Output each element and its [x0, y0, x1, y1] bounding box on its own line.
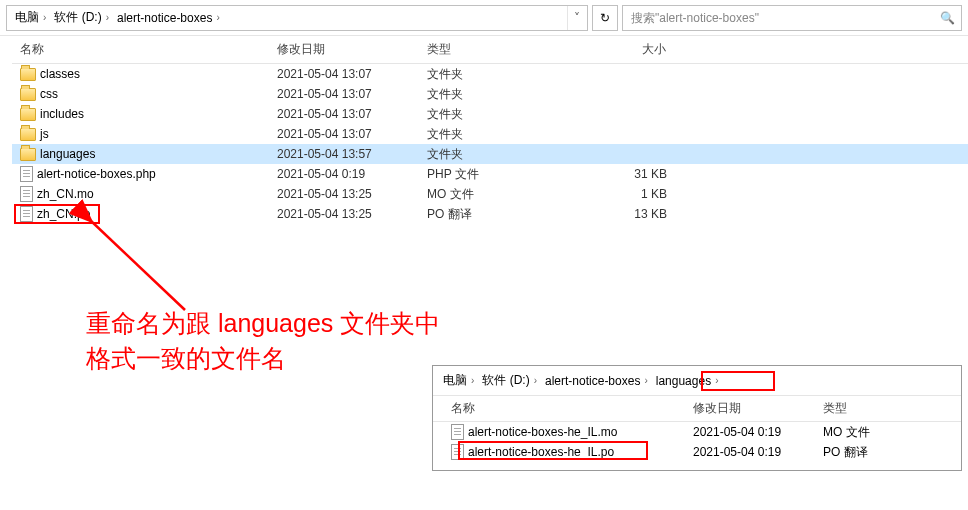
breadcrumb-dropdown[interactable]: ˅: [567, 6, 583, 30]
file-list: 名称 修改日期 类型 大小 classes2021-05-04 13:07文件夹…: [0, 36, 968, 224]
file-icon: [451, 444, 464, 460]
chevron-right-icon: ›: [715, 375, 718, 386]
file-type: PHP 文件: [427, 166, 597, 183]
file-type: PO 翻译: [427, 206, 597, 223]
breadcrumb-label: 软件 (D:): [482, 372, 529, 389]
file-name: zh_CN.po: [37, 207, 90, 221]
header-date[interactable]: 修改日期: [693, 400, 823, 417]
annotation-arrow-icon: [80, 210, 200, 320]
header-name[interactable]: 名称: [443, 400, 693, 417]
table-row[interactable]: js2021-05-04 13:07文件夹: [12, 124, 968, 144]
file-date: 2021-05-04 13:57: [277, 147, 427, 161]
file-size: 13 KB: [597, 207, 687, 221]
chevron-right-icon: ›: [216, 12, 219, 23]
folder-icon: [20, 148, 36, 161]
table-row[interactable]: includes2021-05-04 13:07文件夹: [12, 104, 968, 124]
file-type: 文件夹: [427, 126, 597, 143]
chevron-right-icon: ›: [43, 12, 46, 23]
file-date: 2021-05-04 0:19: [693, 425, 823, 439]
header-type[interactable]: 类型: [823, 400, 923, 417]
chevron-right-icon: ›: [644, 375, 647, 386]
folder-icon: [20, 88, 36, 101]
refresh-icon: ↻: [600, 11, 610, 25]
header-size[interactable]: 大小: [597, 41, 687, 58]
header-name[interactable]: 名称: [12, 41, 277, 58]
sub-breadcrumb[interactable]: 电脑 › 软件 (D:) › alert-notice-boxes › lang…: [433, 366, 961, 396]
breadcrumb-item-folder[interactable]: alert-notice-boxes ›: [113, 6, 224, 30]
file-date: 2021-05-04 13:07: [277, 67, 427, 81]
header-date[interactable]: 修改日期: [277, 41, 427, 58]
search-input[interactable]: [629, 10, 940, 26]
breadcrumb-item-pc[interactable]: 电脑 ›: [11, 6, 50, 30]
chevron-right-icon: ›: [471, 375, 474, 386]
file-name: alert-notice-boxes-he_IL.po: [468, 445, 614, 459]
file-name: languages: [40, 147, 95, 161]
breadcrumb-label: languages: [656, 374, 711, 388]
file-icon: [20, 166, 33, 182]
table-row[interactable]: classes2021-05-04 13:07文件夹: [12, 64, 968, 84]
table-row[interactable]: alert-notice-boxes.php2021-05-04 0:19PHP…: [12, 164, 968, 184]
file-type: 文件夹: [427, 106, 597, 123]
folder-icon: [20, 68, 36, 81]
annotation-text: 重命名为跟 languages 文件夹中 格式一致的文件名: [86, 306, 440, 376]
file-type: 文件夹: [427, 66, 597, 83]
file-date: 2021-05-04 13:25: [277, 207, 427, 221]
table-row[interactable]: zh_CN.po2021-05-04 13:25PO 翻译13 KB: [12, 204, 968, 224]
header-type[interactable]: 类型: [427, 41, 597, 58]
file-icon: [20, 206, 33, 222]
file-name: includes: [40, 107, 84, 121]
breadcrumb-label: 电脑: [15, 9, 39, 26]
file-date: 2021-05-04 0:19: [693, 445, 823, 459]
file-size: 31 KB: [597, 167, 687, 181]
breadcrumb-label: alert-notice-boxes: [545, 374, 640, 388]
chevron-right-icon: ›: [534, 375, 537, 386]
svg-line-1: [90, 220, 185, 310]
file-name: zh_CN.mo: [37, 187, 94, 201]
breadcrumb-label: 电脑: [443, 372, 467, 389]
file-date: 2021-05-04 13:07: [277, 127, 427, 141]
sub-column-headers: 名称 修改日期 类型: [433, 396, 961, 422]
table-row[interactable]: languages2021-05-04 13:57文件夹: [12, 144, 968, 164]
sub-window: 电脑 › 软件 (D:) › alert-notice-boxes › lang…: [432, 365, 962, 471]
file-name: alert-notice-boxes.php: [37, 167, 156, 181]
breadcrumb-item-drive[interactable]: 软件 (D:) ›: [478, 366, 541, 395]
file-name: alert-notice-boxes-he_IL.mo: [468, 425, 617, 439]
file-type: MO 文件: [823, 424, 923, 441]
breadcrumb-item-pc[interactable]: 电脑 ›: [439, 366, 478, 395]
breadcrumb-item-drive[interactable]: 软件 (D:) ›: [50, 6, 113, 30]
file-type: 文件夹: [427, 86, 597, 103]
file-size: 1 KB: [597, 187, 687, 201]
file-type: PO 翻译: [823, 444, 923, 461]
table-row[interactable]: zh_CN.mo2021-05-04 13:25MO 文件1 KB: [12, 184, 968, 204]
folder-icon: [20, 108, 36, 121]
file-icon: [20, 186, 33, 202]
file-name: css: [40, 87, 58, 101]
breadcrumb-label: alert-notice-boxes: [117, 11, 212, 25]
refresh-button[interactable]: ↻: [592, 5, 618, 31]
search-icon[interactable]: 🔍: [940, 11, 955, 25]
chevron-right-icon: ›: [106, 12, 109, 23]
table-row[interactable]: css2021-05-04 13:07文件夹: [12, 84, 968, 104]
file-type: MO 文件: [427, 186, 597, 203]
file-date: 2021-05-04 13:07: [277, 107, 427, 121]
breadcrumb[interactable]: 电脑 › 软件 (D:) › alert-notice-boxes › ˅: [6, 5, 588, 31]
breadcrumb-item-current[interactable]: languages ›: [652, 366, 723, 395]
search-box[interactable]: 🔍: [622, 5, 962, 31]
file-type: 文件夹: [427, 146, 597, 163]
breadcrumb-item-parent[interactable]: alert-notice-boxes ›: [541, 366, 652, 395]
breadcrumb-label: 软件 (D:): [54, 9, 101, 26]
column-headers: 名称 修改日期 类型 大小: [12, 36, 968, 64]
file-icon: [451, 424, 464, 440]
table-row[interactable]: alert-notice-boxes-he_IL.po2021-05-04 0:…: [433, 442, 961, 462]
file-name: classes: [40, 67, 80, 81]
file-date: 2021-05-04 0:19: [277, 167, 427, 181]
file-name: js: [40, 127, 49, 141]
file-date: 2021-05-04 13:25: [277, 187, 427, 201]
file-date: 2021-05-04 13:07: [277, 87, 427, 101]
address-toolbar: 电脑 › 软件 (D:) › alert-notice-boxes › ˅ ↻ …: [0, 0, 968, 36]
table-row[interactable]: alert-notice-boxes-he_IL.mo2021-05-04 0:…: [433, 422, 961, 442]
folder-icon: [20, 128, 36, 141]
